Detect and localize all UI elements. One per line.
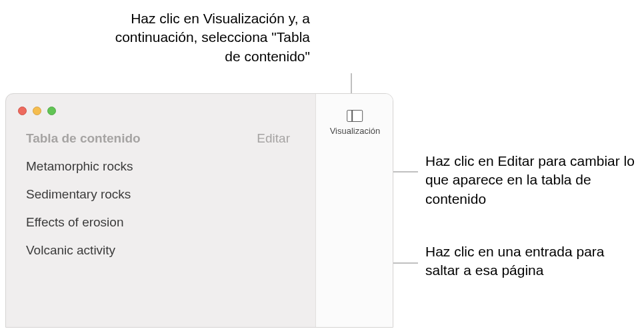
toc-item[interactable]: Sedimentary rocks bbox=[26, 180, 295, 208]
close-window-icon[interactable] bbox=[18, 107, 27, 115]
toc-list: Metamorphic rocks Sedimentary rocks Effe… bbox=[6, 150, 315, 264]
callout-entry-instruction: Haz clic en una entrada para saltar a es… bbox=[425, 242, 632, 280]
view-toolbar-label: Visualización bbox=[330, 126, 381, 136]
toolbar-panel: Visualización bbox=[315, 94, 393, 327]
minimize-window-icon[interactable] bbox=[33, 107, 41, 115]
toc-title: Tabla de contenido bbox=[26, 131, 141, 146]
callout-edit-instruction: Haz clic en Editar para cambiar lo que a… bbox=[425, 152, 639, 208]
zoom-window-icon[interactable] bbox=[47, 107, 56, 115]
toc-edit-button[interactable]: Editar bbox=[257, 131, 295, 146]
toc-item[interactable]: Effects of erosion bbox=[26, 208, 295, 236]
toc-item[interactable]: Metamorphic rocks bbox=[26, 153, 295, 180]
toc-item[interactable]: Volcanic activity bbox=[26, 236, 295, 264]
toc-sidebar: Tabla de contenido Editar Metamorphic ro… bbox=[6, 127, 315, 327]
app-window: Tabla de contenido Editar Metamorphic ro… bbox=[5, 93, 393, 328]
view-toolbar-button[interactable]: Visualización bbox=[330, 110, 381, 136]
callout-view-instruction: Haz clic en Visualización y, a continuac… bbox=[110, 9, 310, 66]
toc-header: Tabla de contenido Editar bbox=[6, 127, 315, 150]
sidebar-icon bbox=[347, 110, 363, 122]
